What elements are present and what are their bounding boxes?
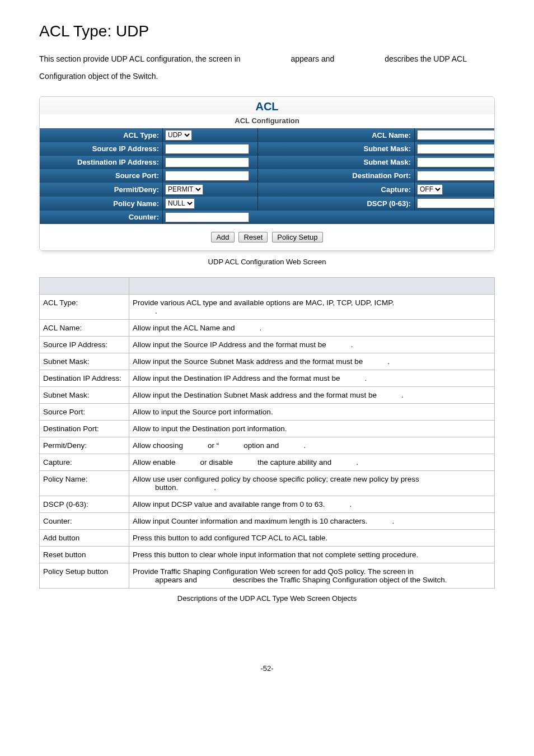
- desc-seg: .: [364, 374, 369, 382]
- table-row: Add buttonPress this button to add confi…: [40, 529, 495, 546]
- table-row: Destination Port:Allow to input the Dest…: [40, 420, 495, 437]
- description-cell: Press this button to add configured TCP …: [129, 529, 495, 546]
- description-cell: Allow input Counter information and maxi…: [129, 512, 495, 529]
- source-port-input[interactable]: [165, 171, 249, 181]
- acl-form: ACL Type: UDP ACL Name: Source IP Addres…: [40, 128, 494, 224]
- description-cell: Allow input the Source IP Address and th…: [129, 336, 495, 353]
- description-cell: Allow enableor disablethe capture abilit…: [129, 454, 495, 470]
- table-row: Destination IP Address:Allow input the D…: [40, 370, 495, 386]
- desc-seg: describes the Traffic Shaping Configurat…: [233, 576, 449, 584]
- source-ip-input[interactable]: [165, 144, 249, 154]
- desc-seg: Provide Traffic Shaping Configuration We…: [133, 567, 416, 576]
- subnet-mask-2-input[interactable]: [417, 157, 495, 167]
- acl-name-input[interactable]: [417, 130, 495, 140]
- label-src-port: Source Port:: [40, 169, 163, 183]
- destination-port-input[interactable]: [417, 171, 495, 181]
- object-cell: Source IP Address:: [40, 336, 129, 353]
- policy-setup-button[interactable]: Policy Setup: [272, 232, 322, 242]
- desc-seg: Allow input the ACL Name and: [133, 324, 237, 332]
- table-row: Source Port:Allow to input the Source po…: [40, 403, 495, 420]
- table-row: ACL Type:Provide various ACL type and av…: [40, 294, 495, 319]
- object-cell: Capture:: [40, 454, 129, 470]
- page-number: -52-: [39, 664, 495, 673]
- counter-input[interactable]: [165, 212, 249, 222]
- object-cell: Add button: [40, 529, 129, 546]
- table-row: Subnet Mask:Allow input the Destination …: [40, 386, 495, 403]
- object-cell: ACL Type:: [40, 294, 129, 319]
- desc-seg: .: [214, 483, 218, 492]
- capture-select[interactable]: OFF: [417, 184, 443, 195]
- table-row: Policy Setup buttonProvide Traffic Shapi…: [40, 563, 495, 588]
- panel-title: ACL: [40, 97, 494, 114]
- object-cell: DSCP (0-63):: [40, 496, 129, 512]
- acl-type-select[interactable]: UDP: [165, 130, 192, 141]
- form-row: Source Port: Destination Port:: [40, 169, 494, 183]
- desc-seg: .: [303, 441, 308, 450]
- label-subnet1: Subnet Mask:: [258, 142, 415, 156]
- form-row: Destination IP Address: Subnet Mask:: [40, 156, 494, 169]
- label-dst-ip: Destination IP Address:: [40, 156, 163, 169]
- object-cell: Subnet Mask:: [40, 353, 129, 370]
- label-acl-name: ACL Name:: [258, 128, 415, 142]
- label-acl-type: ACL Type:: [40, 128, 163, 142]
- desc-seg: Allow to input the Destination port info…: [133, 424, 289, 433]
- reset-button[interactable]: Reset: [238, 232, 268, 242]
- intro-paragraph: This section provide UDP ACL configurati…: [39, 50, 495, 85]
- table-caption: Descriptions of the UDP ACL Type Web Scr…: [39, 594, 495, 603]
- subnet-mask-1-input[interactable]: [417, 144, 495, 154]
- th-object: .: [40, 277, 129, 294]
- desc-seg: .: [351, 340, 355, 349]
- desc-seg: button.: [155, 483, 180, 492]
- destination-ip-input[interactable]: [165, 157, 249, 167]
- object-cell: Policy Setup button: [40, 563, 129, 588]
- table-row: Reset buttonPress this button to clear w…: [40, 546, 495, 563]
- description-cell: Allow to input the Destination port info…: [129, 420, 495, 437]
- desc-seg: .: [392, 517, 396, 525]
- page-heading: ACL Type: UDP: [39, 22, 495, 40]
- table-row: Capture:Allow enableor disablethe captur…: [40, 454, 495, 470]
- desc-seg: Allow use user configured policy by choo…: [133, 475, 421, 483]
- description-cell: Allow input the Destination Subnet Mask …: [129, 386, 495, 403]
- object-cell: ACL Name:: [40, 319, 129, 336]
- label-permit: Permit/Deny:: [40, 183, 163, 197]
- intro-seg: describes the UDP ACL: [385, 54, 470, 63]
- permit-deny-select[interactable]: PERMIT: [165, 184, 203, 195]
- object-cell: Destination Port:: [40, 420, 129, 437]
- desc-seg: .: [356, 458, 360, 466]
- desc-seg: .: [349, 500, 354, 508]
- th-desc: .: [129, 277, 495, 294]
- desc-seg: Allow input Counter information and maxi…: [133, 517, 369, 525]
- add-button[interactable]: Add: [211, 232, 234, 242]
- desc-seg: .: [401, 391, 406, 399]
- description-cell: Allow to input the Source port informati…: [129, 403, 495, 420]
- desc-seg: Press this button to clear whole input i…: [133, 550, 420, 559]
- label-src-ip: Source IP Address:: [40, 142, 163, 156]
- description-cell: Press this button to clear whole input i…: [129, 546, 495, 563]
- form-row: Permit/Deny: PERMIT Capture: OFF: [40, 183, 494, 197]
- object-cell: Destination IP Address:: [40, 370, 129, 386]
- desc-seg: Provide various ACL type and available o…: [133, 298, 396, 307]
- desc-seg: Allow choosing: [133, 441, 185, 450]
- description-cell: Provide various ACL type and available o…: [129, 294, 495, 319]
- desc-seg: Allow to input the Source port informati…: [133, 408, 275, 416]
- form-row: Source IP Address: Subnet Mask:: [40, 142, 494, 156]
- object-cell: Subnet Mask:: [40, 386, 129, 403]
- acl-config-panel: ACL ACL Configuration ACL Type: UDP ACL …: [39, 96, 495, 251]
- table-row: Subnet Mask:Allow input the Source Subne…: [40, 353, 495, 370]
- label-dscp: DSCP (0-63):: [258, 197, 415, 211]
- description-cell: Allow input DCSP value and available ran…: [129, 496, 495, 512]
- policy-name-select[interactable]: NULL: [165, 198, 195, 209]
- desc-seg: option and: [243, 441, 281, 450]
- desc-seg: or disable: [200, 458, 236, 466]
- table-row: ACL Name:Allow input the ACL Name and.: [40, 319, 495, 336]
- description-cell: Allow input the Source Subnet Mask addre…: [129, 353, 495, 370]
- table-row: Permit/Deny:Allow choosingor “option and…: [40, 437, 495, 454]
- intro-seg: appears and: [291, 54, 338, 63]
- desc-seg: Allow enable: [133, 458, 178, 466]
- dscp-input[interactable]: [417, 198, 495, 208]
- object-cell: Policy Name:: [40, 470, 129, 496]
- description-table: .. ACL Type:Provide various ACL type and…: [39, 277, 495, 589]
- label-capture: Capture:: [258, 183, 415, 197]
- form-row: Policy Name: NULL DSCP (0-63):: [40, 197, 494, 211]
- table-row: Source IP Address:Allow input the Source…: [40, 336, 495, 353]
